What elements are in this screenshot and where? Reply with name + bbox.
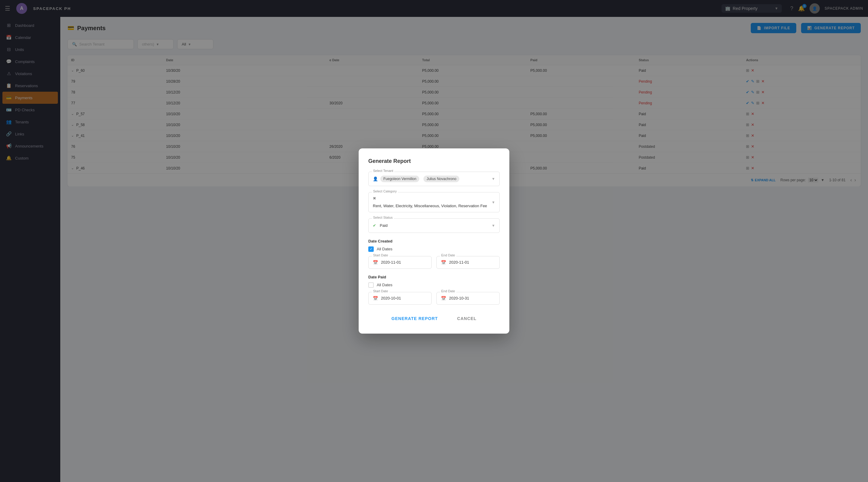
start-date-created-label: Start Date	[372, 253, 390, 257]
start-date-created-value: 2020-11-01	[381, 260, 401, 264]
select-status-field: Select Status ✔ Paid ▼	[368, 218, 500, 233]
end-date-created-label: End Date	[440, 253, 456, 257]
all-dates-paid-label: All Dates	[377, 283, 393, 287]
tenant-dropdown-arrow: ▼	[492, 177, 495, 181]
date-paid-section: Date Paid All Dates Start Date 📅 2020-10…	[368, 275, 500, 305]
end-date-created-value: 2020-11-01	[449, 260, 469, 264]
end-date-paid-input[interactable]: 📅 2020-10-31	[436, 292, 500, 305]
modal-cancel-button[interactable]: CANCEL	[451, 313, 483, 324]
start-date-paid-value: 2020-10-01	[381, 296, 401, 301]
end-paid-cal-icon: 📅	[441, 296, 446, 301]
category-icon: ✖	[373, 196, 376, 201]
status-dropdown-arrow: ▼	[492, 224, 495, 228]
end-date-paid-label: End Date	[440, 289, 456, 293]
start-cal-icon: 📅	[373, 260, 378, 265]
all-dates-created-row: ✓ All Dates	[368, 247, 500, 252]
start-paid-cal-icon: 📅	[373, 296, 378, 301]
tenant-field-label: Select Tenant	[372, 169, 394, 173]
date-paid-range: Start Date 📅 2020-10-01 End Date 📅 2020-…	[368, 292, 500, 305]
modal-title: Generate Report	[368, 158, 500, 164]
category-text: Rent, Water, Electricity, Miscellaneous,…	[373, 203, 487, 209]
modal-generate-button[interactable]: GENERATE REPORT	[385, 313, 444, 324]
end-date-created-field: End Date 📅 2020-11-01	[436, 256, 500, 269]
start-date-paid-field: Start Date 📅 2020-10-01	[368, 292, 432, 305]
select-tenant-field: Select Tenant 👤 Fuegoleon Vermillon Juli…	[368, 172, 500, 186]
tenant-chip-1: Fuegoleon Vermillon	[380, 175, 419, 182]
date-created-section: Date Created ✓ All Dates Start Date 📅 20…	[368, 239, 500, 269]
start-date-created-input[interactable]: 📅 2020-11-01	[368, 256, 432, 269]
date-created-range: Start Date 📅 2020-11-01 End Date 📅 2020-…	[368, 256, 500, 269]
status-value: Paid	[380, 223, 388, 228]
tenant-dropdown[interactable]: 👤 Fuegoleon Vermillon Julius Novachrono …	[368, 172, 500, 186]
end-date-paid-value: 2020-10-31	[449, 296, 469, 301]
generate-report-modal: Generate Report Select Tenant 👤 Fuegoleo…	[359, 148, 509, 334]
date-paid-label: Date Paid	[368, 275, 500, 279]
start-date-created-field: Start Date 📅 2020-11-01	[368, 256, 432, 269]
category-field-label: Select Category	[372, 190, 398, 193]
tenant-chip-2: Julius Novachrono	[424, 175, 459, 182]
all-dates-created-label: All Dates	[377, 247, 393, 251]
modal-overlay[interactable]: Generate Report Select Tenant 👤 Fuegoleo…	[0, 0, 868, 482]
status-dropdown[interactable]: ✔ Paid ▼	[368, 218, 500, 233]
category-dropdown-arrow: ▼	[492, 200, 495, 204]
start-date-paid-input[interactable]: 📅 2020-10-01	[368, 292, 432, 305]
all-dates-paid-checkbox[interactable]	[368, 282, 374, 288]
start-date-paid-label: Start Date	[372, 289, 390, 293]
all-dates-created-checkbox[interactable]: ✓	[368, 247, 374, 252]
end-date-created-input[interactable]: 📅 2020-11-01	[436, 256, 500, 269]
category-dropdown[interactable]: ✖ Rent, Water, Electricity, Miscellaneou…	[368, 192, 500, 212]
status-dot-icon: ✔	[373, 223, 376, 228]
end-date-paid-field: End Date 📅 2020-10-31	[436, 292, 500, 305]
select-category-field: Select Category ✖ Rent, Water, Electrici…	[368, 192, 500, 212]
date-created-label: Date Created	[368, 239, 500, 244]
status-field-label: Select Status	[372, 216, 394, 219]
tenant-person-icon: 👤	[373, 176, 378, 181]
all-dates-paid-row: All Dates	[368, 282, 500, 288]
modal-actions: GENERATE REPORT CANCEL	[368, 313, 500, 324]
end-cal-icon: 📅	[441, 260, 446, 265]
